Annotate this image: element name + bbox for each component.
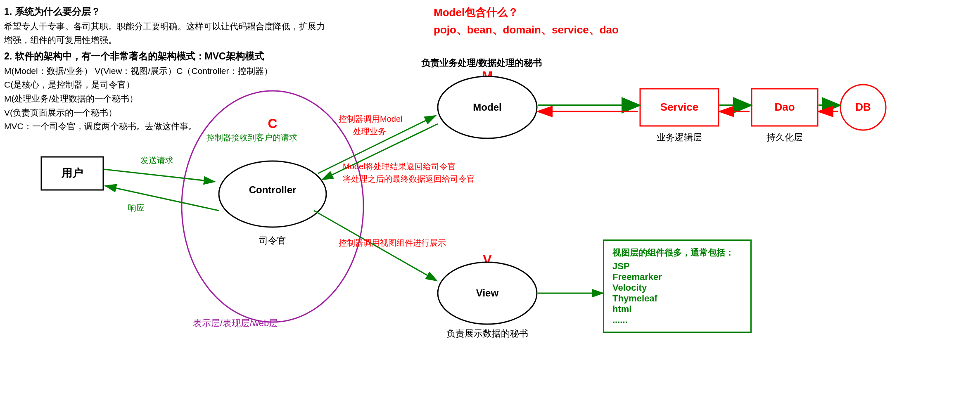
svg-text:View: View xyxy=(476,287,499,299)
view-item-velocity: Velocity xyxy=(612,282,742,293)
view-item-html: html xyxy=(612,304,742,315)
svg-line-29 xyxy=(105,186,219,211)
svg-line-32 xyxy=(318,116,436,173)
view-item-freemarker: Freemarker xyxy=(612,272,742,282)
svg-text:Model将处理结果返回给司令官: Model将处理结果返回给司令官 xyxy=(343,162,456,171)
svg-text:发送请求: 发送请求 xyxy=(140,156,173,165)
model-contents-title: Model包含什么？ xyxy=(434,4,619,21)
svg-text:控制器调用Model: 控制器调用Model xyxy=(339,114,402,123)
svg-text:V: V xyxy=(483,252,492,267)
model-contents-items: pojo、bean、domain、service、dao xyxy=(434,21,619,39)
line2: 希望专人干专事。各司其职。职能分工要明确。这样可以让代码耦合度降低，扩展力增强，… xyxy=(4,19,326,47)
line5: C(是核心，是控制器，是司令官） xyxy=(4,78,326,92)
view-item-jsp: JSP xyxy=(612,261,742,272)
svg-rect-22 xyxy=(752,89,818,126)
line7: V(负责页面展示的一个秘书） xyxy=(4,106,326,120)
svg-rect-19 xyxy=(640,89,719,126)
svg-text:持久化层: 持久化层 xyxy=(766,132,803,142)
svg-rect-4 xyxy=(41,157,103,190)
svg-text:Dao: Dao xyxy=(774,101,795,113)
svg-point-8 xyxy=(219,161,326,227)
svg-text:负责展示数据的秘书: 负责展示数据的秘书 xyxy=(446,328,528,339)
view-item-more: ...... xyxy=(612,315,742,325)
svg-text:控制器调用视图组件进行展示: 控制器调用视图组件进行展示 xyxy=(339,238,446,247)
line4: M(Model：数据/业务） V(View：视图/展示）C（Controller… xyxy=(4,64,326,78)
model-contents: Model包含什么？ pojo、bean、domain、service、dao xyxy=(434,4,619,38)
svg-text:Model: Model xyxy=(473,102,501,113)
line8: MVC：一个司令官，调度两个秘书。去做这件事。 xyxy=(4,119,326,133)
svg-text:表示层/表现层/web层: 表示层/表现层/web层 xyxy=(193,318,278,328)
line3: 2. 软件的架构中，有一个非常著名的架构模式：MVC架构模式 xyxy=(4,49,326,64)
view-components-box: 视图层的组件很多，通常包括： JSP Freemarker Velocity T… xyxy=(603,239,752,333)
main-container: 1. 系统为什么要分层？ 希望专人干专事。各司其职。职能分工要明确。这样可以让代… xyxy=(0,0,980,403)
svg-point-25 xyxy=(840,85,886,130)
svg-line-27 xyxy=(104,169,215,182)
svg-text:处理业务: 处理业务 xyxy=(353,127,386,136)
view-components-title: 视图层的组件很多，通常包括： xyxy=(612,247,742,258)
svg-point-13 xyxy=(438,76,537,138)
svg-point-16 xyxy=(438,262,537,324)
svg-text:业务逻辑层: 业务逻辑层 xyxy=(657,132,702,142)
svg-text:M: M xyxy=(482,69,493,83)
model-description: 负责业务处理/数据处理的秘书 xyxy=(421,56,542,70)
svg-text:用户: 用户 xyxy=(61,167,83,179)
svg-text:Service: Service xyxy=(660,101,699,113)
left-text-block: 1. 系统为什么要分层？ 希望专人干专事。各司其职。职能分工要明确。这样可以让代… xyxy=(4,4,326,133)
svg-text:DB: DB xyxy=(855,101,871,113)
svg-text:响应: 响应 xyxy=(128,203,145,212)
svg-line-35 xyxy=(322,124,438,180)
line6: M(处理业务/处理数据的一个秘书） xyxy=(4,92,326,106)
view-item-thymeleaf: Thymeleaf xyxy=(612,293,742,304)
line1: 1. 系统为什么要分层？ xyxy=(4,4,326,19)
svg-text:Controller: Controller xyxy=(249,184,297,195)
svg-text:司令官: 司令官 xyxy=(259,235,286,246)
svg-line-38 xyxy=(314,211,437,281)
svg-text:控制器接收到客户的请求: 控制器接收到客户的请求 xyxy=(206,133,297,142)
svg-text:将处理之后的最终数据返回给司令官: 将处理之后的最终数据返回给司令官 xyxy=(342,174,475,183)
